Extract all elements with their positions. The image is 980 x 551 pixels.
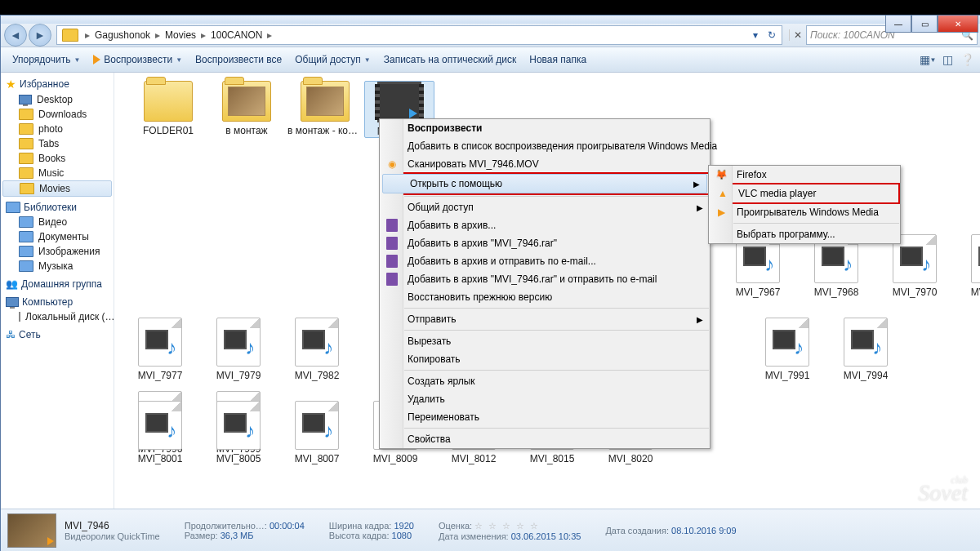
network-icon: 🖧 (6, 329, 16, 340)
share-button[interactable]: Общий доступ▼ (288, 51, 377, 69)
details-name: MVI_7946 (65, 520, 160, 531)
sidebar-item-downloads[interactable]: Downloads (1, 107, 114, 122)
sidebar-item-photo[interactable]: photo (1, 122, 114, 136)
network-header[interactable]: 🖧Сеть (1, 327, 114, 342)
library-icon (6, 202, 20, 213)
sub-wmp[interactable]: ▶Проигрыватель Windows Media (709, 203, 900, 221)
sidebar-item-desktop[interactable]: Desktop (1, 92, 114, 107)
organize-button[interactable]: Упорядочить▼ (6, 51, 87, 69)
play-icon (93, 55, 100, 64)
folder-icon (19, 167, 33, 179)
ctx-share[interactable]: Общий доступ▶ (380, 198, 710, 216)
sidebar-item-tabs[interactable]: Tabs (1, 136, 114, 151)
ctx-send[interactable]: Отправить▶ (380, 310, 710, 328)
maximize-button[interactable]: ▭ (911, 16, 938, 33)
ctx-restore[interactable]: Восстановить прежнюю версию (380, 288, 710, 306)
ctx-add-email[interactable]: Добавить в архив и отправить по e-mail..… (380, 252, 710, 270)
star-icon: ★ (6, 78, 16, 91)
forward-button[interactable]: ► (29, 24, 51, 47)
play-button[interactable]: Воспроизвести▼ (87, 51, 189, 69)
refresh-button[interactable]: ↻ (764, 29, 780, 41)
file-item[interactable]: ♪MVI_8001 (121, 401, 199, 464)
ctx-delete[interactable]: Удалить (380, 390, 710, 408)
sub-vlc[interactable]: ▲VLC media player (710, 184, 898, 202)
wmp-icon: ▶ (714, 205, 728, 220)
view-button[interactable]: ▦▼ (919, 51, 937, 69)
computer-header[interactable]: Компьютер (1, 295, 114, 309)
ctx-add-wmp[interactable]: Добавить в список воспроизведения проигр… (380, 137, 710, 155)
context-menu: Воспроизвести Добавить в список воспроиз… (379, 118, 710, 449)
file-item[interactable]: ♪MVI_7979 (199, 318, 278, 381)
ctx-properties[interactable]: Свойства (380, 430, 710, 448)
new-folder-button[interactable]: Новая папка (523, 51, 593, 69)
file-item[interactable]: ♪MVI_7991 (748, 318, 826, 381)
sidebar-item-video[interactable]: Видео (1, 215, 114, 229)
close-button[interactable]: ✕ (938, 16, 978, 33)
address-bar[interactable]: ▸ Gagushonok ▸ Movies ▸ 100CANON ▸ ▾ ↻ (56, 25, 782, 45)
ctx-copy[interactable]: Копировать (380, 350, 710, 368)
path-seg-2[interactable]: Movies (163, 29, 198, 41)
help-button[interactable]: ❔ (958, 51, 976, 69)
file-item[interactable]: ♪MVI_7977 (121, 318, 199, 381)
folder-icon (62, 29, 78, 42)
burn-button[interactable]: Записать на оптический диск (377, 51, 523, 69)
ctx-play[interactable]: Воспроизвести (380, 119, 710, 137)
rar-icon (385, 218, 399, 233)
file-item[interactable]: ♪MVI_7994 (826, 318, 905, 381)
sidebar-item-audio[interactable]: Музыка (1, 259, 114, 273)
computer-icon (6, 297, 19, 307)
folder-icon (20, 183, 34, 194)
disk-icon (19, 312, 20, 322)
rating-stars[interactable]: ☆ ☆ ☆ ☆ ☆ (474, 521, 540, 531)
libraries-header[interactable]: Библиотеки (1, 200, 114, 215)
folder-item[interactable]: в монтаж (207, 81, 286, 138)
sidebar: ★Избранное Desktop Downloads photo Tabs … (1, 73, 114, 513)
ctx-add-rar[interactable]: Добавить в архив "MVI_7946.rar" (380, 234, 710, 252)
play-all-button[interactable]: Воспроизвести все (189, 51, 288, 69)
folder-icon (19, 109, 33, 120)
sub-choose[interactable]: Выбрать программу... (709, 225, 900, 243)
details-pane: MVI_7946 Видеоролик QuickTime Продолжите… (1, 509, 980, 551)
path-seg-3[interactable]: 100CANON (209, 29, 264, 41)
vlc-icon: ▲ (715, 186, 730, 201)
sidebar-item-books[interactable]: Books (1, 151, 114, 166)
open-with-submenu: 🦊Firefox ▲VLC media player ▶Проигрывател… (708, 165, 901, 244)
folder-icon (19, 123, 33, 135)
video-icon (19, 216, 33, 228)
back-button[interactable]: ◄ (4, 24, 27, 47)
sidebar-item-music[interactable]: Music (1, 166, 114, 180)
toolbar: Упорядочить▼ Воспроизвести▼ Воспроизвест… (1, 47, 980, 73)
folder-item[interactable]: FOLDER01 (129, 81, 207, 138)
sidebar-item-movies[interactable]: Movies (2, 180, 112, 197)
ctx-add-archive[interactable]: Добавить в архив... (380, 216, 710, 234)
file-item[interactable]: ♪MVI_7971 (954, 234, 980, 298)
file-item[interactable]: ♪MVI_8007 (278, 401, 356, 464)
path-dropdown[interactable]: ▾ (747, 29, 764, 41)
ctx-cut[interactable]: Вырезать (380, 332, 710, 350)
favorites-header[interactable]: ★Избранное (1, 76, 114, 92)
folder-item[interactable]: в монтаж - копия (286, 81, 364, 138)
preview-pane-button[interactable]: ◫ (938, 51, 956, 69)
ctx-rename[interactable]: Переименовать (380, 408, 710, 426)
images-icon (19, 246, 33, 257)
minimize-button[interactable]: — (885, 16, 911, 33)
file-item[interactable]: ♪MVI_7982 (278, 318, 356, 381)
homegroup-header[interactable]: 👥Домашняя группа (1, 277, 114, 291)
ctx-scan[interactable]: ◉Сканировать MVI_7946.MOV (380, 155, 710, 173)
search-placeholder: Поиск: 100CANON (810, 29, 895, 41)
file-item[interactable]: ♪MVI_8005 (199, 401, 278, 464)
ctx-shortcut[interactable]: Создать ярлык (380, 372, 710, 390)
sidebar-item-documents[interactable]: Документы (1, 229, 114, 244)
stop-button[interactable]: ✕ (789, 29, 806, 41)
path-seg-1[interactable]: Gagushonok (93, 29, 152, 41)
audio-icon (19, 260, 33, 272)
sidebar-item-images[interactable]: Изображения (1, 244, 114, 259)
ctx-open-with[interactable]: Открыть с помощью▶ (382, 174, 707, 193)
desktop-icon (19, 95, 32, 104)
sidebar-item-localdisk[interactable]: Локальный диск (… (1, 309, 114, 324)
firefox-icon: 🦊 (714, 167, 728, 182)
sub-firefox[interactable]: 🦊Firefox (709, 166, 900, 184)
ctx-add-rar-email[interactable]: Добавить в архив "MVI_7946.rar" и отправ… (380, 270, 710, 288)
folder-icon (19, 153, 33, 164)
homegroup-icon: 👥 (6, 278, 18, 290)
